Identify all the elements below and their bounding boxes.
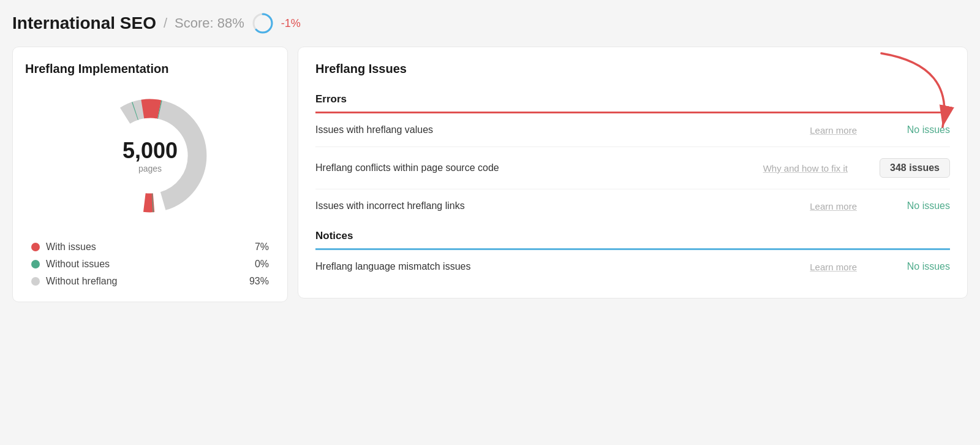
table-row: Issues with hreflang values Learn more N… xyxy=(315,113,950,147)
issue-name-incorrect-links: Issues with incorrect hreflang links xyxy=(315,200,802,211)
status-no-issues-mismatch: No issues xyxy=(889,261,950,272)
header-separator: / xyxy=(164,15,167,31)
notices-section: Notices Hreflang language mismatch issue… xyxy=(315,222,950,283)
legend-pct-without-hreflang: 93% xyxy=(249,276,269,287)
learn-more-link-incorrect[interactable]: Learn more xyxy=(810,201,857,211)
status-no-issues-incorrect: No issues xyxy=(889,200,950,211)
donut-unit-label: pages xyxy=(123,164,178,173)
errors-section: Errors Issues with hreflang values Learn… xyxy=(315,86,950,222)
table-row: Hreflang conflicts within page source co… xyxy=(315,147,950,189)
score-label: Score: 88% xyxy=(175,15,244,31)
legend: With issues 7% Without issues 0% Without… xyxy=(25,242,275,287)
donut-center: 5,000 pages xyxy=(123,138,178,173)
errors-section-title: Errors xyxy=(315,86,950,112)
legend-label-without-hreflang: Without hreflang xyxy=(46,276,243,287)
main-layout: Hreflang Implementation 5,000 pages xyxy=(12,47,968,302)
issue-name-conflicts: Hreflang conflicts within page source co… xyxy=(315,162,756,173)
right-card-title: Hreflang Issues xyxy=(315,62,950,76)
legend-pct-with-issues: 7% xyxy=(255,242,269,253)
learn-more-link-hreflang-values[interactable]: Learn more xyxy=(810,125,857,135)
legend-label-without-issues: Without issues xyxy=(46,259,249,270)
legend-label-with-issues: With issues xyxy=(46,242,249,253)
donut-chart-container: 5,000 pages xyxy=(25,88,275,223)
notices-section-title: Notices xyxy=(315,222,950,248)
learn-more-link-mismatch[interactable]: Learn more xyxy=(810,262,857,272)
legend-item-without-hreflang: Without hreflang 93% xyxy=(31,276,269,287)
hreflang-implementation-card: Hreflang Implementation 5,000 pages xyxy=(12,47,288,302)
legend-pct-without-issues: 0% xyxy=(255,259,269,270)
score-ring xyxy=(252,12,274,34)
legend-dot-without-issues xyxy=(31,260,40,268)
donut-wrapper: 5,000 pages xyxy=(83,88,217,223)
table-row: Issues with incorrect hreflang links Lea… xyxy=(315,189,950,222)
donut-number: 5,000 xyxy=(123,138,178,164)
page-header: International SEO / Score: 88% -1% xyxy=(12,12,968,34)
why-how-fix-link[interactable]: Why and how to fix it xyxy=(763,163,848,173)
left-card-title: Hreflang Implementation xyxy=(25,62,275,76)
hreflang-issues-card: Hreflang Issues Errors Issues with hrefl… xyxy=(298,47,968,299)
issue-name-hreflang-values: Issues with hreflang values xyxy=(315,124,802,135)
table-row: Hreflang language mismatch issues Learn … xyxy=(315,250,950,283)
legend-item-with-issues: With issues 7% xyxy=(31,242,269,253)
issues-badge-348[interactable]: 348 issues xyxy=(880,158,950,178)
page-title: International SEO xyxy=(12,13,156,33)
legend-dot-with-issues xyxy=(31,243,40,251)
issue-name-mismatch: Hreflang language mismatch issues xyxy=(315,261,802,272)
legend-dot-without-hreflang xyxy=(31,277,40,286)
score-delta: -1% xyxy=(281,17,301,30)
status-no-issues-hreflang-values: No issues xyxy=(889,124,950,135)
legend-item-without-issues: Without issues 0% xyxy=(31,259,269,270)
